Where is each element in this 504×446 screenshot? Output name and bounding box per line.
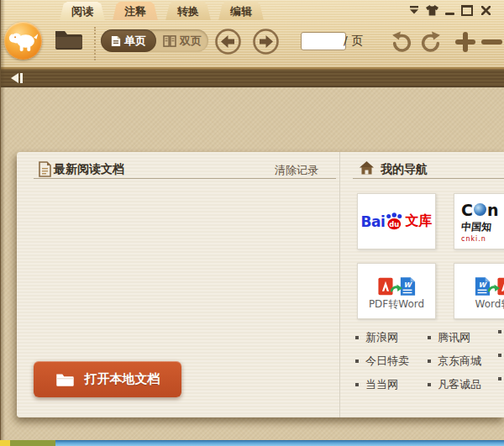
double-page-option[interactable]: 双页 xyxy=(156,29,208,52)
cnki-url-text: cnki.n xyxy=(461,235,486,243)
double-page-icon xyxy=(163,35,176,47)
nav-header-underline xyxy=(353,178,504,179)
recent-docs-empty-list xyxy=(34,182,336,350)
app-logo-elephant-icon[interactable] xyxy=(4,22,42,60)
convert-arrow-icon xyxy=(488,283,500,294)
tile-word-to-pdf[interactable]: W Word转 xyxy=(454,263,504,319)
rotate-left-icon[interactable] xyxy=(390,30,414,58)
link-deals[interactable]: 今日特卖 xyxy=(355,354,409,369)
baidu-wenku-text: 文库 xyxy=(405,213,432,230)
open-local-document-button[interactable]: 打开本地文档 xyxy=(34,361,181,397)
page-mode-toggle: 单页 双页 xyxy=(101,29,208,52)
tile-baidu-wenku[interactable]: Bai du 文库 xyxy=(357,193,436,249)
pdf-to-word-label: PDF转Word xyxy=(369,298,424,310)
sidebar-collapse-bar xyxy=(0,69,504,87)
taskbar-start-corner xyxy=(0,440,10,446)
rotate-right-icon[interactable] xyxy=(418,30,443,58)
link-cutoff-1[interactable] xyxy=(498,330,501,333)
tab-convert[interactable]: 转换 xyxy=(161,2,215,20)
skin-tshirt-icon[interactable] xyxy=(425,4,438,16)
close-button[interactable] xyxy=(480,4,491,16)
cnki-chinese-name: 中国知 xyxy=(460,220,492,234)
link-vancl[interactable]: 凡客诚品 xyxy=(428,377,481,392)
link-sina[interactable]: 新浪网 xyxy=(355,330,398,345)
cnki-logo-c: C xyxy=(461,201,473,219)
recent-docs-icon xyxy=(39,161,51,177)
minimize-button[interactable] xyxy=(444,8,455,19)
zoom-in-plus-icon[interactable] xyxy=(455,32,475,52)
page-count-label: / 页 xyxy=(344,34,363,49)
cnki-logo-n: n xyxy=(487,201,499,219)
open-file-folder-icon[interactable] xyxy=(54,28,84,51)
toolbar-separator xyxy=(94,27,96,60)
back-arrow-button[interactable] xyxy=(214,28,242,59)
recent-docs-title: 最新阅读文档 xyxy=(54,162,124,177)
convert-arrow-icon xyxy=(391,283,402,294)
panel-divider xyxy=(339,152,340,417)
single-page-option[interactable]: 单页 xyxy=(101,29,156,52)
maximize-button[interactable] xyxy=(461,4,473,16)
zoom-out-minus-icon[interactable] xyxy=(481,39,502,45)
link-cutoff-2[interactable] xyxy=(498,354,501,357)
tab-annotate[interactable]: 注释 xyxy=(108,2,162,20)
taskbar-edge xyxy=(0,440,504,446)
page-number-input[interactable] xyxy=(301,32,346,50)
open-local-document-label: 打开本地文档 xyxy=(85,371,160,387)
link-jd[interactable]: 京东商城 xyxy=(428,354,481,369)
tile-pdf-to-word[interactable]: W PDF转Word xyxy=(357,263,436,319)
forward-arrow-button[interactable] xyxy=(252,28,280,59)
window-left-border xyxy=(0,0,5,440)
word-to-pdf-label: Word转 xyxy=(475,298,504,310)
link-cutoff-3[interactable] xyxy=(498,377,501,380)
taskbar-start-segment xyxy=(10,440,55,446)
link-tencent[interactable]: 腾讯网 xyxy=(428,330,470,345)
link-dangdang[interactable]: 当当网 xyxy=(355,377,398,392)
collapse-panel-icon[interactable] xyxy=(11,73,23,83)
home-icon xyxy=(360,161,374,175)
tab-edit[interactable]: 编辑 xyxy=(214,2,268,20)
main-background: 最新阅读文档 清除记录 打开本地文档 我的导航 Bai xyxy=(0,87,504,440)
clear-history-link[interactable]: 清除记录 xyxy=(275,163,318,178)
recent-header-underline xyxy=(34,178,336,179)
open-folder-icon xyxy=(55,372,75,387)
start-page-panel: 最新阅读文档 清除记录 打开本地文档 我的导航 Bai xyxy=(17,152,504,417)
tile-cnki[interactable]: C n 中国知 cnki.n xyxy=(454,193,504,249)
cnki-globe-icon xyxy=(474,203,486,216)
single-page-icon xyxy=(111,35,121,47)
my-navigation-title: 我的导航 xyxy=(381,162,428,177)
svg-text:du: du xyxy=(390,220,400,228)
menu-dropdown-icon[interactable] xyxy=(409,4,419,16)
baidu-logo-text: Bai xyxy=(361,213,386,230)
tab-read[interactable]: 阅读 xyxy=(55,2,109,20)
baidu-paw-icon: du xyxy=(385,213,404,230)
